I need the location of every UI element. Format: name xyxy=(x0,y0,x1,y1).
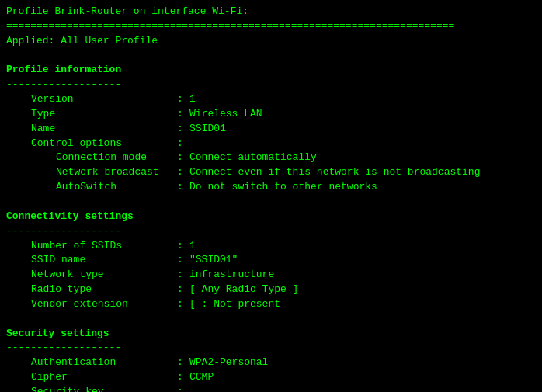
blank-3 xyxy=(6,312,536,327)
row-version: Version : 1 xyxy=(6,92,536,107)
val-network-broadcast: Connect even if this network is not broa… xyxy=(189,165,536,180)
colon-auth: : xyxy=(177,356,189,370)
title-line: Profile Brink-Router on interface Wi-Fi: xyxy=(6,5,536,19)
divider-security: ------------------- xyxy=(6,341,536,356)
key-type: Type xyxy=(6,107,177,122)
blank-1 xyxy=(6,49,536,64)
row-vendor-ext: Vendor extension : [ : Not present xyxy=(6,297,536,312)
row-cipher: Cipher : CCMP xyxy=(6,370,536,385)
key-network-broadcast: Network broadcast xyxy=(6,165,177,180)
applied-line: Applied: All User Profile xyxy=(6,34,536,49)
colon-network-broadcast: : xyxy=(177,165,189,180)
val-version: 1 xyxy=(189,92,536,107)
key-autoswitch: AutoSwitch xyxy=(6,180,177,195)
row-num-ssids: Number of SSIDs : 1 xyxy=(6,239,536,254)
row-name: Name : SSID01 xyxy=(6,122,536,137)
val-connection-mode: Connect automatically xyxy=(189,151,536,165)
val-vendor-ext: [ : Not present xyxy=(189,297,536,312)
row-network-broadcast: Network broadcast : Connect even if this… xyxy=(6,165,536,180)
row-radio-type: Radio type : [ Any Radio Type ] xyxy=(6,283,536,297)
colon-autoswitch: : xyxy=(177,180,189,195)
val-name: SSID01 xyxy=(189,122,536,137)
key-cipher: Cipher xyxy=(6,370,177,385)
val-security-key xyxy=(189,385,536,392)
terminal-window: Profile Brink-Router on interface Wi-Fi:… xyxy=(6,5,536,392)
val-cipher: CCMP xyxy=(189,370,536,385)
colon-ssid-name: : xyxy=(177,253,189,268)
row-type: Type : Wireless LAN xyxy=(6,107,536,122)
key-radio-type: Radio type xyxy=(6,283,177,297)
colon-version: : xyxy=(177,92,189,107)
blank-2 xyxy=(6,195,536,210)
key-network-type: Network type xyxy=(6,268,177,283)
colon-security-key: : xyxy=(177,385,189,392)
val-autoswitch: Do not switch to other networks xyxy=(189,180,536,195)
val-type: Wireless LAN xyxy=(189,107,536,122)
row-connection-mode: Connection mode : Connect automatically xyxy=(6,151,536,165)
key-name: Name xyxy=(6,122,177,137)
divider-connectivity: ------------------- xyxy=(6,224,536,239)
row-security-key: Security key : xyxy=(6,385,536,392)
colon-control-options: : xyxy=(177,137,189,151)
val-auth: WPA2-Personal xyxy=(189,356,536,370)
val-radio-type: [ Any Radio Type ] xyxy=(189,283,536,297)
key-num-ssids: Number of SSIDs xyxy=(6,239,177,254)
key-security-key: Security key xyxy=(6,385,177,392)
colon-name: : xyxy=(177,122,189,137)
section-connectivity-header: Connectivity settings xyxy=(6,210,536,224)
colon-network-type: : xyxy=(177,268,189,283)
colon-cipher: : xyxy=(177,370,189,385)
key-vendor-ext: Vendor extension xyxy=(6,297,177,312)
val-num-ssids: 1 xyxy=(189,239,536,254)
divider-top: ========================================… xyxy=(6,19,536,34)
key-control-options: Control options xyxy=(6,137,177,151)
key-ssid-name: SSID name xyxy=(6,253,177,268)
row-autoswitch: AutoSwitch : Do not switch to other netw… xyxy=(6,180,536,195)
row-control-options: Control options : xyxy=(6,137,536,151)
section-security-header: Security settings xyxy=(6,327,536,342)
key-auth: Authentication xyxy=(6,356,177,370)
row-network-type: Network type : infrastructure xyxy=(6,268,536,283)
colon-vendor-ext: : xyxy=(177,297,189,312)
row-ssid-name: SSID name : "SSID01" xyxy=(6,253,536,268)
val-ssid-name: "SSID01" xyxy=(189,253,536,268)
divider-profile: ------------------- xyxy=(6,78,536,92)
colon-type: : xyxy=(177,107,189,122)
colon-connection-mode: : xyxy=(177,151,189,165)
val-control-options xyxy=(189,137,536,151)
val-network-type: infrastructure xyxy=(189,268,536,283)
row-auth: Authentication : WPA2-Personal xyxy=(6,356,536,370)
colon-radio-type: : xyxy=(177,283,189,297)
key-version: Version xyxy=(6,92,177,107)
key-connection-mode: Connection mode xyxy=(6,151,177,165)
section-profile-header: Profile information xyxy=(6,63,536,78)
colon-num-ssids: : xyxy=(177,239,189,254)
